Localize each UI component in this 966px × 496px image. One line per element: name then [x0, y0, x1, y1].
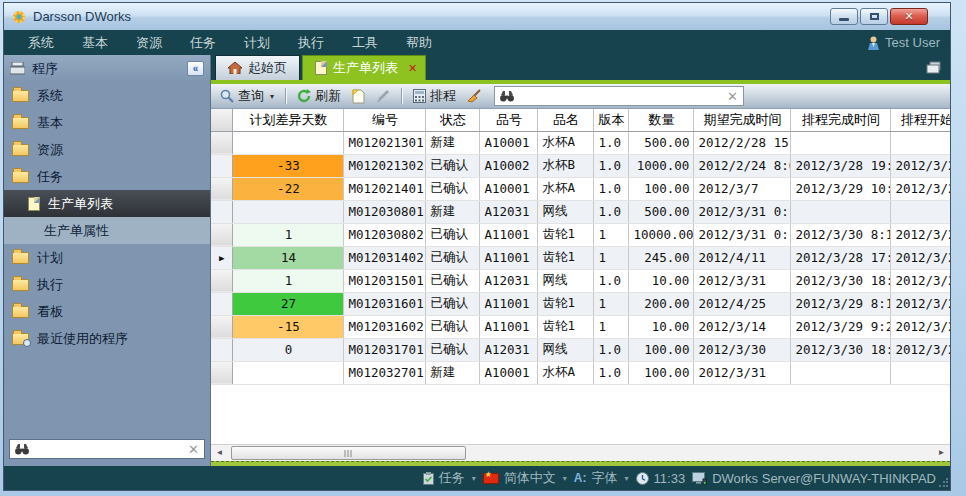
menu-tools[interactable]: 工具 — [338, 34, 392, 52]
table-row-selected[interactable]: ▶14M012031402已确认A11001齿轮11245.002012/4/1… — [211, 246, 950, 269]
tab-production-order-list[interactable]: 生产单列表 ✕ — [302, 55, 426, 80]
sidebar-title: 程序 — [32, 60, 187, 78]
scrollbar-grip — [345, 450, 352, 457]
folder-icon — [12, 144, 29, 156]
app-gear-icon — [11, 9, 27, 25]
sidebar-item-resource[interactable]: 资源 — [4, 136, 210, 163]
home-icon — [228, 62, 242, 74]
close-button[interactable]: ✕ — [890, 8, 928, 25]
sidebar-search-clear-icon[interactable]: ✕ — [188, 442, 199, 457]
table-row[interactable]: 1M012031501已确认A12031网线1.010.002012/3/312… — [211, 269, 950, 292]
sidebar-item-task[interactable]: 任务 — [4, 163, 210, 190]
sidebar-item-execute[interactable]: 执行 — [4, 271, 210, 298]
sidebar: 程序 « 系统 基本 资源 任务 生产单列表 生产单属性 计划 执行 看板 最近… — [4, 55, 211, 466]
status-font-menu[interactable]: A: 字体 ▾ — [574, 469, 629, 487]
row-marker-icon: ▶ — [211, 246, 233, 269]
sidebar-item-plan[interactable]: 计划 — [4, 244, 210, 271]
col-order-no[interactable]: 编号 — [344, 109, 426, 131]
scrollbar-thumb[interactable] — [231, 446, 466, 460]
table-row[interactable]: -33M012021302已确认A10002水杯B1.01000.002012/… — [211, 154, 950, 177]
programs-icon — [10, 62, 25, 75]
tab-start-page[interactable]: 起始页 — [215, 55, 300, 80]
folder-icon — [12, 171, 29, 183]
clean-button[interactable] — [464, 87, 485, 105]
table-row[interactable]: -22M012021401已确认A10001水杯A1.0100.002012/3… — [211, 177, 950, 200]
refresh-icon — [297, 89, 311, 103]
col-quantity[interactable]: 数量 — [629, 109, 694, 131]
col-sched-start[interactable]: 排程开始时间 — [891, 109, 950, 131]
resize-grip[interactable] — [938, 478, 948, 488]
edit-button[interactable] — [373, 87, 393, 105]
col-status[interactable]: 状态 — [426, 109, 480, 131]
page-icon — [315, 61, 327, 75]
sidebar-header: 程序 « — [4, 55, 210, 82]
sidebar-item-recent-programs[interactable]: 最近使用的程序 — [4, 325, 210, 352]
font-icon: A: — [574, 471, 587, 485]
menu-execute[interactable]: 执行 — [284, 34, 338, 52]
scroll-left-icon[interactable]: ◄ — [211, 445, 228, 461]
folder-icon — [12, 252, 29, 264]
sidebar-item-basic[interactable]: 基本 — [4, 109, 210, 136]
toolbar: 查询 ▾ 刷新 — [211, 84, 950, 109]
title-bar[interactable]: Darsson DWorks ✕ — [4, 3, 950, 30]
menu-help[interactable]: 帮助 — [392, 34, 446, 52]
chevron-down-icon: ▾ — [270, 92, 274, 101]
status-clock[interactable]: 11:33 — [636, 471, 686, 486]
status-language-menu[interactable]: 简体中文 ▾ — [483, 469, 567, 487]
table-row[interactable]: M012021301新建A10001水杯A1.0500.002012/2/28 … — [211, 131, 950, 154]
query-button[interactable]: 查询 ▾ — [217, 85, 277, 107]
table-row[interactable]: 0M012031701已确认A12031网线1.0100.002012/3/30… — [211, 338, 950, 361]
menu-plan[interactable]: 计划 — [230, 34, 284, 52]
sidebar-item-system[interactable]: 系统 — [4, 82, 210, 109]
sidebar-collapse-button[interactable]: « — [187, 61, 204, 76]
toolbar-search-box[interactable]: ✕ — [494, 86, 744, 106]
menu-resource[interactable]: 资源 — [122, 34, 176, 52]
binoculars-icon — [500, 91, 514, 102]
tab-close-icon[interactable]: ✕ — [408, 62, 417, 75]
menu-basic[interactable]: 基本 — [68, 34, 122, 52]
tab-strip: 起始页 生产单列表 ✕ — [211, 55, 950, 84]
pin-windows-icon[interactable] — [926, 61, 942, 74]
sidebar-search-input[interactable] — [33, 442, 188, 456]
menu-task[interactable]: 任务 — [176, 34, 230, 52]
col-plan-diff-days[interactable]: 计划差异天数 — [233, 109, 344, 131]
horizontal-scrollbar[interactable]: ◄ ► — [211, 444, 950, 461]
sidebar-item-board[interactable]: 看板 — [4, 298, 210, 325]
data-grid: 计划差异天数 编号 状态 品号 品名 版本 数量 期望完成时间 排程完成时间 排… — [211, 109, 950, 444]
col-item-name[interactable]: 品名 — [538, 109, 594, 131]
user-menu[interactable]: Test User — [867, 35, 940, 50]
sidebar-item-production-order-properties[interactable]: 生产单属性 — [4, 217, 210, 244]
china-flag-icon — [483, 473, 499, 484]
table-row[interactable]: 1M012030802已确认A11001齿轮1110000.002012/3/3… — [211, 223, 950, 246]
toolbar-search-clear-icon[interactable]: ✕ — [727, 89, 738, 104]
new-button[interactable] — [349, 87, 368, 106]
sidebar-item-production-order-list[interactable]: 生产单列表 — [4, 190, 210, 217]
chevron-down-icon: ▾ — [625, 474, 629, 483]
col-expected-finish[interactable]: 期望完成时间 — [694, 109, 791, 131]
sidebar-search-box[interactable]: ✕ — [9, 439, 205, 459]
folder-icon — [12, 90, 29, 102]
status-bar: 任务 ▾ 简体中文 ▾ A: 字体 ▾ 11:33 DWorks Server@… — [4, 466, 950, 490]
binoculars-icon — [15, 444, 29, 455]
col-item-no[interactable]: 品号 — [480, 109, 538, 131]
table-header-row: 计划差异天数 编号 状态 品号 品名 版本 数量 期望完成时间 排程完成时间 排… — [211, 109, 950, 131]
window-title: Darsson DWorks — [33, 9, 131, 24]
schedule-button[interactable]: 排程 — [410, 85, 459, 107]
status-server[interactable]: DWorks Server@FUNWAY-THINKPAD — [692, 471, 936, 486]
menu-system[interactable]: 系统 — [14, 34, 68, 52]
minimize-button[interactable] — [830, 8, 858, 25]
table-row[interactable]: M012032701新建A10001水杯A1.0100.002012/3/31 — [211, 361, 950, 384]
col-sched-finish[interactable]: 排程完成时间 — [791, 109, 891, 131]
table-row[interactable]: 27M012031601已确认A11001齿轮11200.002012/4/25… — [211, 292, 950, 315]
col-version[interactable]: 版本 — [594, 109, 629, 131]
scroll-right-icon[interactable]: ► — [933, 445, 950, 461]
toolbar-search-input[interactable] — [518, 89, 727, 103]
maximize-button[interactable] — [860, 8, 888, 25]
clock-icon — [636, 472, 649, 485]
broom-icon — [467, 89, 482, 103]
refresh-button[interactable]: 刷新 — [294, 85, 344, 107]
table-row[interactable]: -15M012031602已确认A11001齿轮1110.002012/3/14… — [211, 315, 950, 338]
table-row[interactable]: M012030801新建A12031网线1.0500.002012/3/31 0… — [211, 200, 950, 223]
status-task-menu[interactable]: 任务 ▾ — [423, 469, 476, 487]
chevron-down-icon: ▾ — [472, 474, 476, 483]
